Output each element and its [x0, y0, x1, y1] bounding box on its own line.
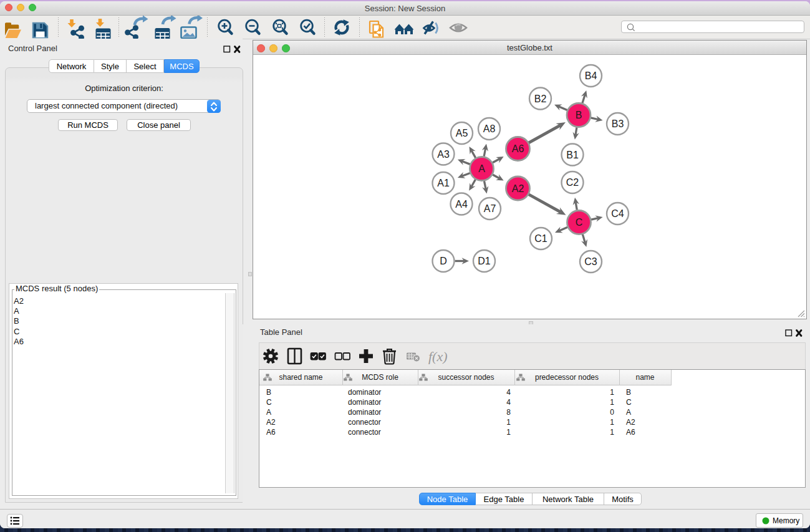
svg-text:B3: B3	[612, 118, 624, 129]
svg-text:A1: A1	[437, 178, 450, 188]
svg-text:C1: C1	[534, 233, 547, 244]
svg-text:C4: C4	[611, 208, 624, 219]
svg-text:A5: A5	[456, 128, 468, 138]
svg-text:B2: B2	[534, 94, 547, 104]
svg-text:C2: C2	[566, 177, 579, 188]
svg-text:B1: B1	[566, 150, 579, 160]
svg-text:f(x): f(x)	[428, 349, 448, 364]
svg-text:A: A	[478, 163, 485, 174]
svg-text:A2: A2	[512, 183, 524, 194]
svg-text:B: B	[576, 110, 582, 120]
svg-text:A6: A6	[512, 143, 524, 154]
svg-text:C3: C3	[584, 256, 597, 267]
svg-text:A4: A4	[455, 199, 468, 210]
svg-text:B4: B4	[585, 70, 597, 81]
svg-text:D: D	[440, 256, 447, 266]
svg-text:A3: A3	[437, 149, 450, 160]
svg-text:A8: A8	[483, 123, 496, 134]
svg-text:A7: A7	[484, 203, 496, 214]
svg-text:C: C	[576, 217, 583, 228]
svg-text:D1: D1	[478, 256, 491, 266]
